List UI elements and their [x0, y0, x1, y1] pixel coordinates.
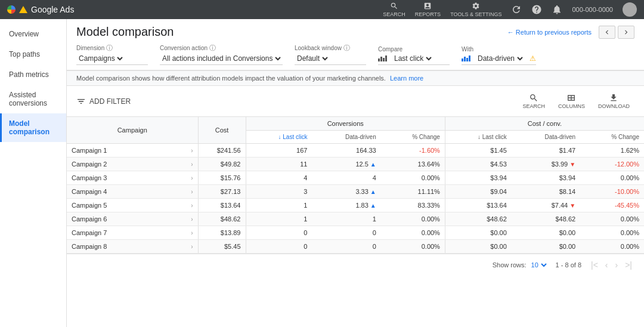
campaign-name-cell: Campaign 2 ›: [67, 158, 198, 171]
lookback-window-select[interactable]: Default: [295, 54, 366, 65]
columns-button[interactable]: COLUMNS: [553, 91, 590, 112]
compare-select[interactable]: Last click: [378, 54, 450, 65]
sidebar-item-assisted-conversions[interactable]: Assisted conversions: [0, 85, 66, 113]
pagination: Show rows: 10 25 50 1 - 8 of 8 |< ‹ › >|: [67, 254, 644, 276]
table-row: Campaign 1 › $241.56 167 164.33 -1.60% $…: [67, 144, 644, 158]
ads-triangle-icon: [19, 6, 27, 13]
dd-cpc-cell: $3.99 ▼: [512, 158, 580, 171]
expand-chevron[interactable]: ›: [191, 230, 193, 236]
refresh-icon[interactable]: [511, 4, 522, 15]
lc-cpc-cell: $0.00: [445, 240, 511, 254]
expand-chevron[interactable]: ›: [191, 202, 193, 209]
search-label: SEARCH: [522, 103, 545, 109]
logo-area: Google Ads: [7, 5, 74, 14]
dd-conv-cell: 1: [312, 212, 380, 226]
sidebar-item-overview[interactable]: Overview: [0, 24, 66, 44]
pct-conv-cell: -1.60%: [381, 144, 445, 158]
conversion-action-select[interactable]: All actions included in Conversions: [160, 54, 283, 65]
last-page-button[interactable]: >|: [623, 259, 634, 271]
expand-chevron[interactable]: ›: [191, 161, 193, 168]
with-dropdown[interactable]: Data-driven: [475, 54, 525, 63]
dimension-info-icon: ⓘ: [106, 44, 113, 53]
add-filter-label: ADD FILTER: [89, 97, 131, 106]
sidebar-item-path-metrics[interactable]: Path metrics: [0, 64, 66, 85]
expand-chevron[interactable]: ›: [191, 175, 193, 181]
campaign-name-cell: Campaign 5 ›: [67, 199, 198, 212]
conversion-action-dropdown[interactable]: All actions included in Conversions: [160, 54, 283, 63]
return-link[interactable]: Return to previous reports: [507, 29, 592, 36]
lc-cpc-cell: $4.53: [445, 158, 511, 171]
main-content: Model comparison Return to previous repo…: [67, 19, 644, 327]
search-nav-label: SEARCH: [383, 11, 405, 17]
cost-cell: $13.89: [198, 226, 246, 240]
warning-icon: ⚠: [530, 54, 536, 63]
pct-conv-cell: 0.00%: [381, 171, 445, 185]
pct-conv-cell: 11.11%: [381, 185, 445, 199]
compare-dropdown[interactable]: Last click: [392, 54, 434, 63]
page-range: 1 - 8 of 8: [556, 261, 581, 269]
chevron-right-icon: [622, 28, 630, 36]
sidebar-item-model-comparison[interactable]: Model comparison: [0, 113, 66, 142]
dd-cpc-cell: $7.44 ▼: [512, 199, 580, 212]
cost-cell: $27.13: [198, 185, 246, 199]
cost-cell: $48.62: [198, 212, 246, 226]
chevron-left-icon: [603, 28, 611, 36]
campaign-name-cell: Campaign 4 ›: [67, 185, 198, 199]
lc-conv-cell: 0: [246, 240, 312, 254]
data-table: Campaign Cost Conversions Cost / conv.: [67, 117, 644, 254]
columns-label: COLUMNS: [558, 103, 585, 109]
dd-conv-cell: 4: [312, 171, 380, 185]
expand-chevron[interactable]: ›: [191, 147, 193, 154]
dd-conv-cell: 1.83 ▲: [312, 199, 380, 212]
next-page-button[interactable]: ›: [613, 259, 621, 271]
table-body: Campaign 1 › $241.56 167 164.33 -1.60% $…: [67, 144, 644, 254]
with-select[interactable]: Data-driven ⚠: [462, 54, 536, 65]
lookback-window-dropdown[interactable]: Default: [295, 54, 330, 63]
pct-cpc-cell: -12.00%: [580, 158, 644, 171]
rows-per-page-select[interactable]: 10 25 50: [529, 261, 549, 269]
lc-cpc-cell: $9.04: [445, 185, 511, 199]
lc-cpc-header: ↓ Last click: [445, 131, 511, 144]
campaign-column-header: Campaign: [67, 117, 198, 144]
reports-nav-button[interactable]: REPORTS: [415, 2, 441, 17]
pct-conv-cell: 83.33%: [381, 199, 445, 212]
lookback-window-label: Lookback window: [295, 45, 342, 51]
expand-chevron[interactable]: ›: [191, 189, 193, 195]
search-columns-button[interactable]: SEARCH: [518, 91, 550, 112]
table-row: Campaign 6 › $48.62 1 1 0.00% $48.62 $48…: [67, 212, 644, 226]
pct-cpc-cell: 0.00%: [580, 212, 644, 226]
page-header: Model comparison Return to previous repo…: [67, 19, 644, 39]
breadcrumb-forward-button[interactable]: [618, 26, 634, 39]
first-page-button[interactable]: |<: [589, 259, 600, 271]
help-icon[interactable]: [531, 4, 542, 15]
page-title: Model comparison: [76, 25, 174, 39]
lc-conv-cell: 1: [246, 199, 312, 212]
conversion-action-filter: Conversion action ⓘ All actions included…: [160, 44, 283, 65]
sidebar-item-top-paths[interactable]: Top paths: [0, 44, 66, 64]
pct-cpc-header: % Change: [580, 131, 644, 144]
search-nav-button[interactable]: SEARCH: [383, 2, 405, 17]
user-avatar[interactable]: [623, 2, 637, 17]
notifications-icon[interactable]: [552, 4, 562, 15]
breadcrumb-back-button[interactable]: [599, 26, 615, 39]
add-filter-button[interactable]: ADD FILTER: [76, 97, 131, 106]
dimension-select[interactable]: Campaigns: [76, 54, 148, 65]
lc-conv-cell: 3: [246, 185, 312, 199]
pct-conv-header: % Change: [381, 131, 445, 144]
expand-chevron[interactable]: ›: [191, 216, 193, 223]
expand-chevron[interactable]: ›: [191, 243, 193, 250]
compare-filter: Compare Last click: [378, 46, 450, 65]
toolbar-icons: SEARCH COLUMNS DOWNLOAD: [518, 91, 634, 112]
dimension-dropdown[interactable]: Campaigns: [76, 54, 125, 63]
prev-page-button[interactable]: ‹: [603, 259, 611, 271]
lc-conv-header[interactable]: ↓ Last click: [246, 131, 312, 144]
lc-cpc-cell: $1.45: [445, 144, 511, 158]
info-bar: Model comparison shows how different att…: [67, 70, 644, 86]
download-button[interactable]: DOWNLOAD: [593, 91, 634, 112]
conversion-info-icon: ⓘ: [209, 44, 216, 53]
top-navigation: Google Ads SEARCH REPORTS TOOLS & SETTIN…: [0, 0, 644, 19]
learn-more-link[interactable]: Learn more: [390, 75, 423, 82]
filter-controls: Dimension ⓘ Campaigns Conversion action …: [67, 39, 644, 70]
pct-cpc-cell: 0.00%: [580, 240, 644, 254]
tools-nav-button[interactable]: TOOLS & SETTINGS: [450, 2, 501, 17]
